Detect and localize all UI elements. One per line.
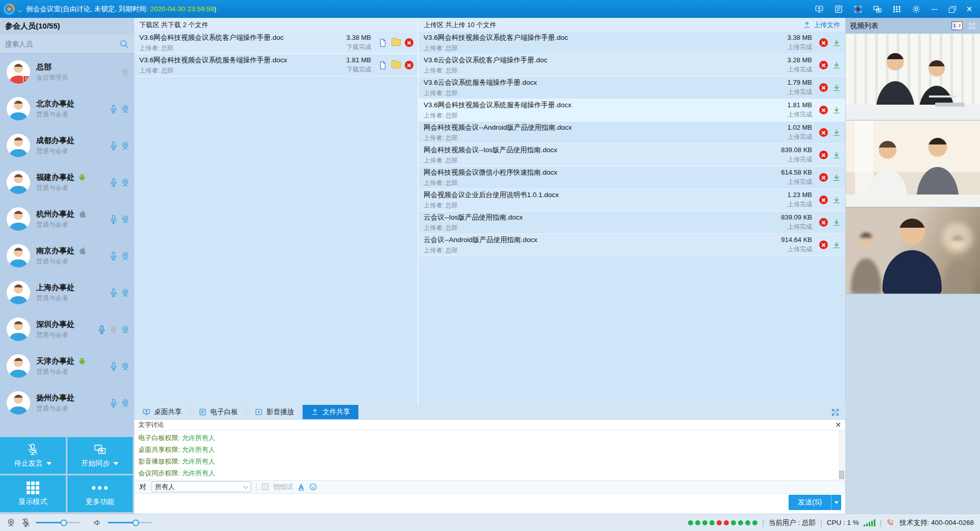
upload-file-row[interactable]: 云会议--Ios版产品使用指南.docx上传者: 总部839.09 KB上传完成	[419, 211, 845, 234]
search-icon[interactable]	[119, 39, 129, 49]
chat-scrollbar[interactable]	[839, 430, 845, 480]
stop-speaking-button[interactable]: 停止发言	[0, 437, 66, 474]
remove-file-icon[interactable]	[819, 128, 828, 137]
search-input[interactable]	[5, 40, 119, 48]
download-file-row[interactable]: V3.6网会科技视频会议系统客户端操作手册.doc 上传者: 总部 3.38 M…	[134, 32, 418, 54]
camera-icon[interactable]	[120, 288, 130, 298]
download-file-icon[interactable]	[832, 38, 841, 47]
camera-icon[interactable]	[120, 251, 130, 261]
participant-row[interactable]: 福建办事处 普通与会者	[0, 164, 134, 201]
participant-row[interactable]: 总部 会议管理员	[0, 54, 134, 90]
video-fullscreen-icon[interactable]	[968, 22, 976, 30]
upload-file-row[interactable]: 云会议--Android版产品使用指南.docx上传者: 总部914.64 KB…	[419, 234, 845, 256]
app-logo-icon[interactable]	[4, 4, 15, 15]
open-folder-icon[interactable]	[391, 39, 401, 46]
participant-row[interactable]: 杭州办事处 普通与会者	[0, 201, 134, 237]
upload-file-row[interactable]: 网会科技视频会议--Android版产品使用指南.docx上传者: 总部1.02…	[419, 122, 845, 144]
participant-row[interactable]: 成都办事处 普通与会者	[0, 127, 134, 164]
remove-file-icon[interactable]	[819, 151, 828, 159]
send-options-caret[interactable]	[831, 495, 841, 510]
open-file-icon[interactable]	[378, 38, 387, 47]
settings-gear-icon[interactable]	[912, 5, 921, 14]
mic-icon[interactable]	[109, 251, 118, 261]
dropdown-caret-icon[interactable]	[113, 462, 118, 465]
upload-file-row[interactable]: V3.6网会科技视频会议系统客户端操作手册.doc上传者: 总部3.38 MB上…	[419, 32, 845, 54]
camera-icon[interactable]	[120, 178, 130, 187]
upload-file-row[interactable]: V3.6云会议系统服务端操作手册.docx上传者: 总部1.79 MB上传完成	[419, 77, 845, 99]
download-file-row[interactable]: V3.6网会科技视频会议系统服务端操作手册.docx 上传者: 总部 1.81 …	[134, 54, 418, 77]
participant-row[interactable]: 南京办事处 普通与会者	[0, 237, 134, 274]
camera-icon[interactable]	[120, 141, 130, 151]
tab-whiteboard[interactable]: 电子白板	[190, 405, 247, 419]
close-button[interactable]: ✕	[966, 6, 973, 13]
more-features-button[interactable]: 更多功能	[67, 475, 133, 512]
mic-icon[interactable]	[109, 214, 118, 224]
whisper-checkbox[interactable]	[262, 484, 268, 490]
video-thumbnail[interactable]	[846, 207, 980, 294]
video-thumbnail[interactable]	[846, 120, 980, 207]
font-style-icon[interactable]: A	[299, 482, 304, 491]
camera-icon[interactable]	[120, 214, 130, 224]
tab-media-playback[interactable]: 影音播放	[247, 405, 303, 419]
download-file-icon[interactable]	[832, 218, 841, 227]
camera-icon[interactable]	[120, 325, 130, 334]
recipient-select[interactable]: 所有人	[152, 481, 251, 492]
participant-row[interactable]: 扬州办事处 普通与会者	[0, 384, 134, 421]
participant-row[interactable]: 北京办事处 普通与会者	[0, 90, 134, 127]
camera-icon[interactable]	[120, 398, 130, 408]
upload-file-row[interactable]: 网会视频会议企业后台使用说明书1.0.1.docx上传者: 总部1.23 MB上…	[419, 189, 845, 211]
upload-file-row[interactable]: 网会科技视频会议微信小程序快速指南.docx上传者: 总部614.58 KB上传…	[419, 166, 845, 189]
chat-close-icon[interactable]: ✕	[835, 421, 841, 428]
remove-file-icon[interactable]	[405, 61, 413, 69]
upload-file-row[interactable]: V3.6网会科技视频会议系统服务端操作手册.docx上传者: 总部1.81 MB…	[419, 99, 845, 122]
speaker-volume-slider[interactable]	[108, 522, 153, 523]
layout-grid-icon[interactable]	[892, 5, 901, 14]
participant-row[interactable]: 天津办事处 普通与会者	[0, 348, 134, 384]
upload-file-row[interactable]: 网会科技视频会议--Ios版产品使用指南.docx上传者: 总部839.08 K…	[419, 144, 845, 166]
upload-file-link[interactable]: 上传文件	[803, 20, 840, 30]
mic-icon[interactable]	[109, 141, 118, 151]
mic-volume-slider[interactable]	[36, 522, 81, 523]
participant-row[interactable]: 深圳办事处 普通与会者	[0, 311, 134, 348]
camera-icon[interactable]	[120, 67, 130, 77]
dropdown-caret-icon[interactable]	[46, 462, 52, 465]
camera-icon[interactable]	[120, 361, 130, 371]
upload-file-row[interactable]: V3.6云会议会议系统客户端操作手册.doc上传者: 总部3.28 MB上传完成	[419, 54, 845, 77]
open-folder-icon[interactable]	[391, 62, 401, 68]
mic-active-icon[interactable]	[97, 325, 107, 334]
remove-file-icon[interactable]	[819, 83, 828, 92]
speaker-icon[interactable]	[93, 518, 103, 527]
download-file-icon[interactable]	[832, 196, 841, 205]
download-file-icon[interactable]	[832, 173, 841, 182]
emoji-icon[interactable]	[309, 482, 317, 491]
remove-file-icon[interactable]	[819, 173, 828, 182]
send-button[interactable]: 发送(S)	[789, 495, 841, 510]
remove-file-icon[interactable]	[405, 38, 413, 47]
mic-icon[interactable]	[109, 361, 118, 371]
open-file-icon[interactable]	[378, 61, 387, 70]
sync-screens-icon[interactable]	[873, 5, 882, 14]
remove-file-icon[interactable]	[819, 61, 828, 69]
download-file-icon[interactable]	[832, 83, 841, 92]
remove-file-icon[interactable]	[819, 218, 828, 227]
camera-icon[interactable]	[120, 104, 130, 114]
chat-messages[interactable]: 电子白板权限: 允许所有人 桌面共享权限: 允许所有人 影音播放权限: 允许所有…	[134, 430, 845, 480]
remove-file-icon[interactable]	[819, 106, 828, 114]
remove-file-icon[interactable]	[819, 196, 828, 204]
tab-file-share[interactable]: 文件共享	[303, 405, 359, 419]
restore-button[interactable]	[948, 6, 955, 13]
download-file-icon[interactable]	[832, 128, 841, 137]
mic-muted-icon[interactable]	[21, 518, 31, 527]
whiteboard-icon[interactable]	[834, 5, 843, 14]
download-file-icon[interactable]	[832, 151, 841, 160]
participant-row[interactable]: 上海办事处 普通与会者	[0, 274, 134, 311]
start-sync-button[interactable]: 开始同步	[67, 437, 133, 474]
screen-share-icon[interactable]	[815, 5, 824, 14]
video-thumbnail[interactable]	[846, 34, 980, 120]
remove-file-icon[interactable]	[819, 38, 828, 47]
remove-file-icon[interactable]	[819, 240, 828, 249]
record-icon[interactable]	[853, 5, 863, 14]
minimize-button[interactable]	[931, 6, 938, 13]
video-layout-12-icon[interactable]: 12	[951, 21, 963, 30]
download-file-icon[interactable]	[832, 61, 841, 70]
